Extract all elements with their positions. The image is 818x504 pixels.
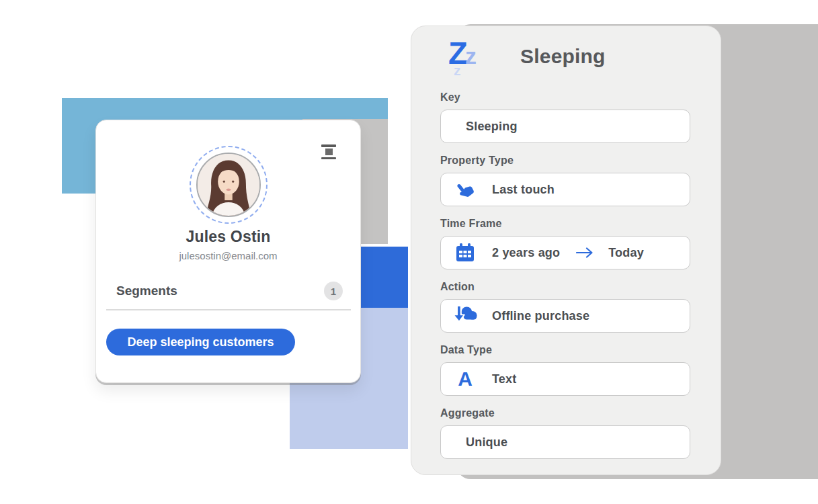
- woman-portrait-illustration: [198, 154, 259, 216]
- time-frame-to: Today: [608, 246, 644, 260]
- data-type-field[interactable]: A Text: [440, 362, 690, 396]
- arrow-right-icon: [576, 247, 594, 259]
- segments-count-badge: 1: [324, 282, 343, 300]
- profile-name: Jules Ostin: [96, 228, 360, 246]
- time-frame-label: Time Frame: [440, 217, 690, 230]
- time-frame-field[interactable]: 2 years ago Today: [440, 236, 690, 269]
- zz-sleep-icon: Z z z: [448, 41, 482, 79]
- aggregate-field[interactable]: Unique: [440, 425, 690, 459]
- avatar-photo: [196, 153, 261, 217]
- touch-icon: [452, 177, 478, 202]
- data-type-value: Text: [492, 372, 516, 386]
- avatar: [190, 146, 268, 224]
- segments-header-row: Segments 1: [116, 282, 343, 300]
- segment-button[interactable]: Deep sleeping customers: [106, 329, 295, 355]
- panel-header: Z z z Sleeping: [440, 40, 690, 80]
- property-panel: Z z z Sleeping Key Sleeping Property Typ…: [411, 26, 721, 475]
- letter-a-icon: A: [452, 367, 478, 391]
- property-type-field[interactable]: Last touch: [440, 173, 690, 206]
- calendar-icon: [452, 241, 478, 265]
- action-label: Action: [440, 280, 690, 293]
- segments-divider: [106, 309, 351, 310]
- profile-email: julesostin@email.com: [96, 250, 360, 261]
- action-field[interactable]: Offline purchase: [440, 299, 690, 333]
- aggregate-label: Aggregate: [440, 407, 690, 419]
- property-type-value: Last touch: [492, 183, 555, 197]
- panel-title: Sleeping: [520, 45, 606, 68]
- key-label: Key: [440, 91, 690, 103]
- data-type-label: Data Type: [440, 343, 690, 356]
- action-value: Offline purchase: [492, 309, 589, 323]
- profile-card: Jules Ostin julesostin@email.com Segment…: [95, 120, 361, 383]
- time-frame-from: 2 years ago: [492, 246, 560, 260]
- canvas: Jules Ostin julesostin@email.com Segment…: [0, 0, 818, 504]
- cloud-download-icon: [452, 304, 478, 328]
- collapse-icon[interactable]: [321, 144, 336, 159]
- key-field[interactable]: Sleeping: [440, 110, 690, 143]
- segments-heading: Segments: [116, 284, 177, 298]
- key-value: Sleeping: [466, 120, 518, 134]
- aggregate-value: Unique: [466, 435, 507, 450]
- property-type-label: Property Type: [440, 154, 690, 167]
